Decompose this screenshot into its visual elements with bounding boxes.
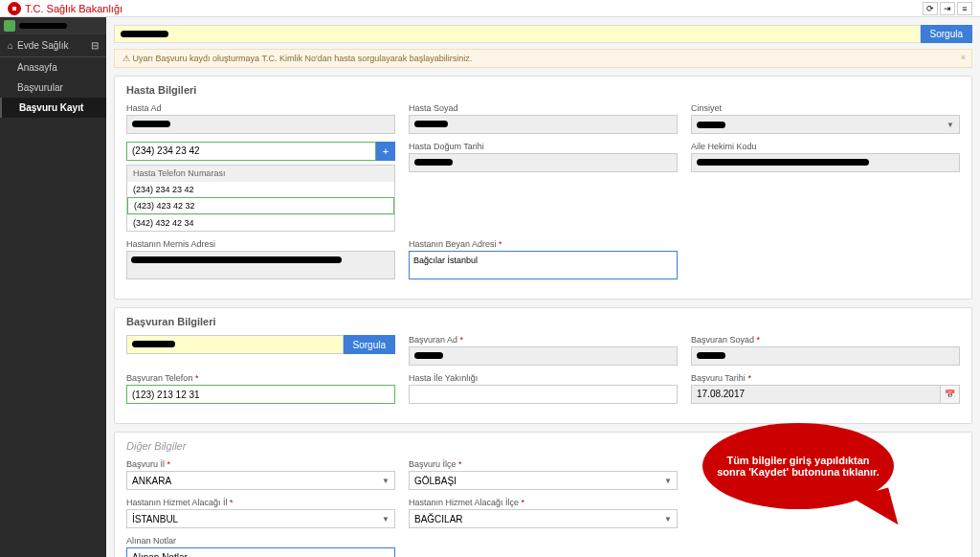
app-header: T.C. Sağlık Bakanlığı ⟳ ⇥ ≡ (0, 0, 980, 17)
basvuru-ilce-label: Başvuru İlçe * (409, 459, 678, 469)
masked-value (121, 31, 168, 37)
basvuran-bilgileri-panel: Başvuran Bilgileri Sorgula Başvuran Ad *… (114, 307, 972, 424)
phone-list-item[interactable]: (234) 234 23 42 (127, 181, 394, 197)
avatar (4, 20, 15, 32)
ministry-logo (8, 2, 21, 15)
basvuru-ilce-select[interactable]: GÖLBAŞI▼ (409, 471, 678, 490)
hekim-field (691, 153, 960, 172)
hasta-soyad-field (409, 115, 678, 134)
yakinlik-field[interactable] (409, 385, 678, 404)
phone-add-button[interactable]: + (376, 142, 395, 161)
basvuran-panel-title: Başvuran Bilgileri (126, 316, 960, 327)
chevron-down-icon: ▼ (382, 477, 390, 485)
sidebar-item-anasayfa[interactable]: Anasayfa (0, 57, 106, 78)
alert-text: Uyarı Başvuru kaydı oluşturmaya T.C. Kim… (133, 54, 473, 63)
notlar-label: Alınan Notlar (126, 536, 395, 546)
basvuran-soyad-field (691, 346, 960, 366)
user-name-masked (19, 23, 67, 29)
basvuran-telefon-label: Başvuran Telefon * (126, 373, 395, 383)
chevron-down-icon: ▼ (382, 515, 390, 524)
mernis-textarea (126, 251, 395, 279)
refresh-button[interactable]: ⟳ (923, 2, 938, 15)
notlar-input[interactable] (126, 547, 395, 557)
chevron-down-icon: ▼ (664, 515, 672, 524)
hasta-ad-field (126, 115, 395, 134)
hasta-soyad-label: Hasta Soyad (409, 103, 678, 113)
basvuran-tc-input[interactable] (126, 335, 344, 354)
sidebar-section-label: Evde Sağlık (17, 40, 68, 51)
beyan-label: Hastanın Beyan Adresi * (409, 239, 678, 249)
basvuran-ad-field (409, 346, 678, 366)
alert-close-icon[interactable]: × (961, 53, 966, 62)
beyan-textarea[interactable]: Bağcılar İstanbul (409, 251, 678, 279)
hekim-label: Aile Hekimi Kodu (691, 142, 960, 151)
basvuran-sorgula-button[interactable]: Sorgula (344, 335, 395, 354)
basvuru-il-label: Başvuru İl * (126, 459, 395, 469)
sidebar-item-basvurular[interactable]: Başvurular (0, 78, 106, 98)
sidebar-section-evde-saglik[interactable]: ⌂ Evde Sağlık ⊟ (0, 34, 106, 57)
yakinlik-label: Hasta İle Yakınlığı (409, 373, 678, 383)
instruction-callout: Tüm bilgiler giriş yapıldıktan sonra 'Ka… (702, 423, 894, 519)
home-icon: ⌂ (8, 40, 13, 51)
basvuru-tarih-label: Başvuru Tarihi * (691, 373, 960, 383)
hizmet-ilce-label: Hastanın Hizmet Alacağı İlçe * (409, 498, 678, 507)
menu-button[interactable]: ≡ (957, 2, 972, 15)
dogum-label: Hasta Doğum Tarihi (409, 142, 678, 151)
basvuran-telefon-input[interactable] (126, 385, 395, 404)
mernis-label: Hastanın Mernis Adresi (126, 239, 395, 249)
hizmet-ilce-select[interactable]: BAĞCILAR▼ (409, 509, 678, 528)
basvuran-ad-label: Başvuran Ad * (409, 335, 678, 345)
warning-alert: ⚠ Uyarı Başvuru kaydı oluşturmaya T.C. K… (114, 49, 972, 68)
hizmet-il-label: Hastanın Hizmet Alacağı İl * (126, 498, 395, 507)
basvuran-soyad-label: Başvuran Soyad * (691, 335, 960, 345)
phone-input[interactable]: (234) 234 23 42 (126, 142, 376, 161)
basvuru-tarih-field[interactable]: 17.08.2017 (691, 385, 941, 404)
sorgula-button[interactable]: Sorgula (921, 25, 972, 43)
calendar-icon[interactable]: 📅 (941, 385, 960, 404)
sidebar-item-basvuru-kayit[interactable]: Başvuru Kayıt (0, 98, 106, 118)
basvuru-il-select[interactable]: ANKARA▼ (126, 471, 395, 490)
app-title: T.C. Sağlık Bakanlığı (25, 3, 122, 14)
chevron-down-icon: ▼ (947, 121, 954, 129)
phone-list-header: Hasta Telefon Numarası (127, 166, 394, 181)
dogum-field (409, 153, 678, 172)
hasta-bilgileri-panel: Hasta Bilgileri Hasta Ad Hasta Soyad Cin… (114, 76, 972, 300)
tc-search-input[interactable] (114, 25, 921, 43)
sidebar-user (0, 17, 106, 34)
chevron-down-icon: ▼ (664, 477, 672, 485)
hasta-panel-title: Hasta Bilgileri (126, 84, 960, 96)
hasta-ad-label: Hasta Ad (126, 103, 395, 113)
cinsiyet-select[interactable]: ▼ (691, 115, 960, 134)
minus-icon: ⊟ (91, 40, 99, 51)
sidebar: ⌂ Evde Sağlık ⊟ Anasayfa Başvurular Başv… (0, 17, 106, 557)
hizmet-il-select[interactable]: İSTANBUL▼ (126, 509, 395, 528)
cinsiyet-label: Cinsiyet (691, 103, 960, 113)
phone-list: Hasta Telefon Numarası (234) 234 23 42 (… (126, 165, 395, 232)
phone-list-item[interactable]: (423) 423 42 32 (127, 197, 394, 214)
phone-list-item[interactable]: (342) 432 42 34 (127, 214, 394, 231)
logout-button[interactable]: ⇥ (940, 2, 955, 15)
